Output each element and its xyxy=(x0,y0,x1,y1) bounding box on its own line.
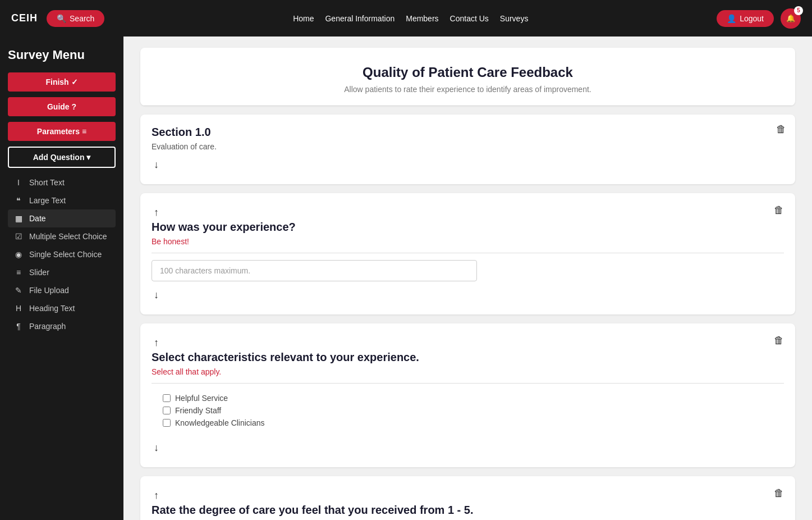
q3-title: Rate the degree of care you feel that yo… xyxy=(152,504,784,517)
sidebar-item-paragraph[interactable]: ¶ Paragraph xyxy=(8,317,116,335)
q2-option-3-label: Knowledgeable Clinicians xyxy=(175,418,265,427)
nav-left: CEIH 🔍 Search xyxy=(11,10,104,27)
main-content: Quality of Patient Care Feedback Allow p… xyxy=(123,37,812,520)
q2-option-2-label: Friendly Staff xyxy=(175,406,221,415)
sidebar-item-short-text[interactable]: I Short Text xyxy=(8,174,116,191)
section-delete-button[interactable]: 🗑 xyxy=(776,124,786,135)
upload-icon: ✎ xyxy=(13,286,24,295)
section-title: Section 1.0 xyxy=(152,126,784,139)
question-card-1: ↑ 🗑 How was your experience? Be honest! … xyxy=(140,193,795,314)
sidebar: Survey Menu Finish ✓ Guide ? Parameters … xyxy=(0,37,123,520)
sidebar-item-heading[interactable]: H Heading Text xyxy=(8,299,116,317)
q2-title: Select characteristics relevant to your … xyxy=(152,351,784,364)
heading-icon: H xyxy=(13,304,24,313)
search-label: Search xyxy=(70,14,94,23)
question-card-2: ↑ 🗑 Select characteristics relevant to y… xyxy=(140,323,795,467)
sidebar-item-date[interactable]: ▦ Date xyxy=(8,209,116,227)
q1-title: How was your experience? xyxy=(152,221,784,234)
sidebar-item-large-text[interactable]: ❝ Large Text xyxy=(8,191,116,209)
search-icon: 🔍 xyxy=(57,14,66,23)
q2-move-up-button[interactable]: ↑ xyxy=(152,335,161,351)
checkbox-icon: ☑ xyxy=(13,232,24,241)
page-container: Survey Menu Finish ✓ Guide ? Parameters … xyxy=(0,37,812,520)
q1-delete-button[interactable]: 🗑 xyxy=(774,204,784,216)
question-card-3: ↑ 🗑 Rate the degree of care you feel tha… xyxy=(140,476,795,520)
text-cursor-icon: I xyxy=(13,178,24,187)
q2-checkbox-group: Helpful Service Friendly Staff Knowledge… xyxy=(152,390,784,434)
q2-option-2[interactable]: Friendly Staff xyxy=(163,406,773,415)
survey-header-card: Quality of Patient Care Feedback Allow p… xyxy=(140,48,795,106)
paragraph-icon: ¶ xyxy=(13,322,24,331)
nav-contact[interactable]: Contact Us xyxy=(450,14,489,23)
sidebar-item-slider[interactable]: ≡ Slider xyxy=(8,263,116,281)
sidebar-label-multiple-select: Multiple Select Choice xyxy=(29,232,107,241)
notification-button[interactable]: 🔔 5 xyxy=(781,8,801,29)
logout-label: Logout xyxy=(740,14,764,23)
sidebar-item-file-upload[interactable]: ✎ File Upload xyxy=(8,281,116,299)
q1-move-down-button[interactable]: ↓ xyxy=(152,287,161,303)
nav-general-info[interactable]: General Information xyxy=(325,14,394,23)
logout-button[interactable]: 👤 Logout xyxy=(717,10,774,27)
section-move-down-button[interactable]: ↓ xyxy=(152,157,161,173)
section-description: Evaluation of care. xyxy=(152,142,784,151)
nav-members[interactable]: Members xyxy=(406,14,438,23)
q2-option-1-label: Helpful Service xyxy=(175,394,228,403)
nav-surveys[interactable]: Surveys xyxy=(500,14,529,23)
user-icon: 👤 xyxy=(727,14,736,23)
logo: CEIH xyxy=(11,12,38,24)
quote-icon: ❝ xyxy=(13,196,24,205)
q1-move-up-button[interactable]: ↑ xyxy=(152,204,161,221)
nav-center: Home General Information Members Contact… xyxy=(293,14,528,23)
q2-delete-button[interactable]: 🗑 xyxy=(774,335,784,346)
q2-option-3[interactable]: Knowledgeable Clinicians xyxy=(163,418,773,427)
q2-move-down-button[interactable]: ↓ xyxy=(152,440,161,456)
sidebar-label-paragraph: Paragraph xyxy=(29,322,66,331)
survey-subtitle: Allow patients to rate their experience … xyxy=(152,85,784,94)
section-card: 🗑 Section 1.0 Evaluation of care. ↓ xyxy=(140,115,795,184)
sidebar-label-slider: Slider xyxy=(29,268,49,277)
q1-description: Be honest! xyxy=(152,237,784,246)
sidebar-label-date: Date xyxy=(29,214,46,223)
navbar: CEIH 🔍 Search Home General Information M… xyxy=(0,0,812,37)
q1-text-input[interactable]: 100 characters maximum. xyxy=(152,260,477,281)
q3-delete-button[interactable]: 🗑 xyxy=(774,487,784,499)
q2-checkbox-2[interactable] xyxy=(163,407,171,414)
q2-checkbox-1[interactable] xyxy=(163,394,171,402)
sidebar-label-short-text: Short Text xyxy=(29,178,65,187)
sidebar-label-single-select: Single Select Choice xyxy=(29,250,102,259)
q3-move-up-button[interactable]: ↑ xyxy=(152,487,161,504)
calendar-icon: ▦ xyxy=(13,214,24,223)
sidebar-item-multiple-select[interactable]: ☑ Multiple Select Choice xyxy=(8,227,116,245)
q2-option-1[interactable]: Helpful Service xyxy=(163,394,773,403)
radio-icon: ◉ xyxy=(13,250,24,259)
nav-right: 👤 Logout 🔔 5 xyxy=(717,8,801,29)
guide-button[interactable]: Guide ? xyxy=(8,97,116,116)
survey-title: Quality of Patient Care Feedback xyxy=(152,65,784,80)
parameters-button[interactable]: Parameters ≡ xyxy=(8,122,116,141)
add-question-button[interactable]: Add Question ▾ xyxy=(8,147,116,168)
q2-description: Select all that apply. xyxy=(152,367,784,376)
sidebar-label-heading: Heading Text xyxy=(29,304,75,313)
nav-home[interactable]: Home xyxy=(293,14,314,23)
bell-icon: 🔔 xyxy=(786,14,795,22)
notification-badge: 5 xyxy=(794,6,803,15)
finish-button[interactable]: Finish ✓ xyxy=(8,72,116,92)
sidebar-title: Survey Menu xyxy=(8,48,116,62)
sidebar-label-large-text: Large Text xyxy=(29,196,66,205)
sidebar-item-single-select[interactable]: ◉ Single Select Choice xyxy=(8,245,116,263)
q2-checkbox-3[interactable] xyxy=(163,419,171,427)
sidebar-label-file-upload: File Upload xyxy=(29,286,69,295)
slider-icon: ≡ xyxy=(13,268,24,277)
search-button[interactable]: 🔍 Search xyxy=(47,10,104,27)
